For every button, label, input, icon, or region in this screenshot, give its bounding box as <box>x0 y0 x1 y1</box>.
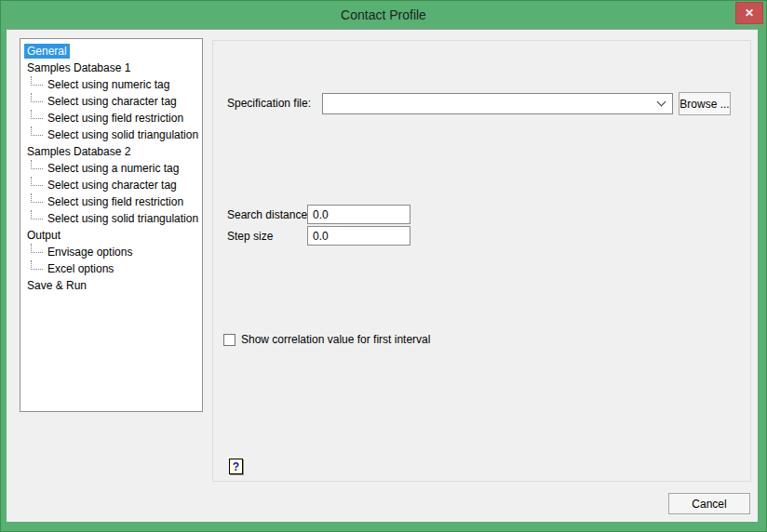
browse-button[interactable]: Browse ... <box>679 92 731 115</box>
cancel-button[interactable]: Cancel <box>668 493 750 514</box>
sidebar-item-select-field-restriction-1[interactable]: Select using field restriction <box>24 110 202 126</box>
close-button[interactable]: ✕ <box>735 2 763 24</box>
tree-branch-icon <box>31 126 43 136</box>
step-size-input[interactable] <box>307 226 410 246</box>
sidebar-item-select-character-tag-2[interactable]: Select using character tag <box>24 177 202 193</box>
contact-profile-dialog: { "window": { "title": "Contact Profile"… <box>0 0 767 532</box>
sidebar-item-excel-options[interactable]: Excel options <box>24 260 202 277</box>
sidebar-item-output[interactable]: Output <box>24 227 202 244</box>
sidebar-item-save-and-run[interactable]: Save & Run <box>24 277 202 294</box>
general-settings-panel: Specification file: Browse ... Search di… <box>212 40 751 482</box>
step-size-label: Step size <box>227 230 273 243</box>
tree-branch-icon <box>31 260 43 270</box>
window-title: Contact Profile <box>341 7 426 22</box>
sidebar-item-envisage-options[interactable]: Envisage options <box>24 244 202 260</box>
specification-file-label: Specification file: <box>227 97 311 110</box>
titlebar: Contact Profile <box>0 0 767 29</box>
correlation-checkbox-label: Show correlation value for first interva… <box>241 333 430 346</box>
dialog-content: General Samples Database 1 Select using … <box>7 29 758 522</box>
sidebar-item-select-field-restriction-2[interactable]: Select using field restriction <box>24 193 202 210</box>
tree-branch-icon <box>31 244 43 253</box>
search-distance-input[interactable] <box>307 205 410 224</box>
tree-branch-icon <box>31 76 43 86</box>
chevron-down-icon <box>657 98 666 107</box>
sidebar-item-general[interactable]: General <box>24 43 202 60</box>
cancel-button-label: Cancel <box>692 498 726 511</box>
sidebar-item-select-character-tag-1[interactable]: Select using character tag <box>24 93 202 110</box>
sidebar-item-samples-database-1[interactable]: Samples Database 1 <box>24 60 202 76</box>
sidebar-item-select-numeric-tag-1[interactable]: Select using numeric tag <box>24 76 202 93</box>
browse-button-label: Browse ... <box>680 98 729 111</box>
sidebar-item-select-solid-triangulation-1[interactable]: Select using solid triangulation <box>24 126 202 143</box>
tree-branch-icon <box>31 160 43 169</box>
specification-file-combobox[interactable] <box>322 93 673 114</box>
tree-branch-icon <box>31 193 43 203</box>
sidebar-item-select-numeric-tag-2[interactable]: Select using a numeric tag <box>24 160 202 177</box>
sidebar-item-select-solid-triangulation-2[interactable]: Select using solid triangulation <box>24 210 202 227</box>
search-distance-label: Search distance <box>227 208 307 221</box>
tree-branch-icon <box>31 93 43 102</box>
tree-branch-icon <box>31 177 43 186</box>
tree-branch-icon <box>31 210 43 219</box>
help-icon: ? <box>233 460 239 473</box>
correlation-checkbox[interactable] <box>223 334 235 346</box>
sidebar-item-samples-database-2[interactable]: Samples Database 2 <box>24 143 202 160</box>
help-button[interactable]: ? <box>229 459 243 474</box>
tree-branch-icon <box>31 110 43 119</box>
sidebar-tree: General Samples Database 1 Select using … <box>20 38 203 412</box>
correlation-checkbox-row: Show correlation value for first interva… <box>223 333 430 346</box>
close-icon: ✕ <box>745 7 754 20</box>
